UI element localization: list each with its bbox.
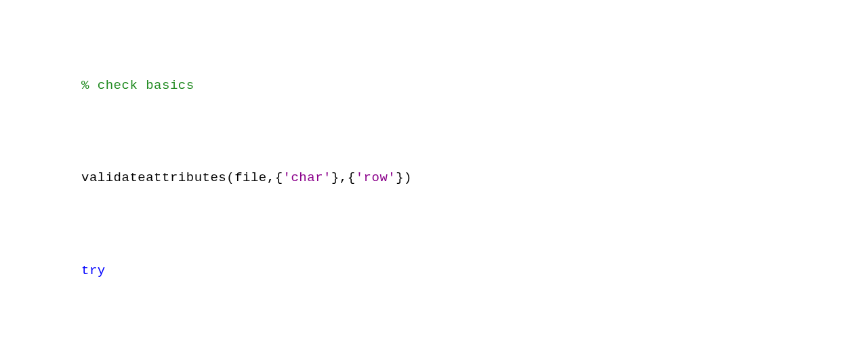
code-text: }) bbox=[396, 170, 412, 185]
code-text: },{ bbox=[331, 170, 356, 185]
code-line: try bbox=[0, 259, 868, 282]
code-editor[interactable]: % check basics validateattributes(file,{… bbox=[0, 0, 868, 348]
code-text: validateattributes(file,{ bbox=[81, 170, 283, 185]
code-line: % check basics bbox=[0, 74, 868, 97]
string-literal: 'char' bbox=[283, 170, 331, 185]
comment: % check basics bbox=[81, 78, 194, 93]
string-literal: 'row' bbox=[356, 170, 396, 185]
code-line: validateattributes(file,{'char'},{'row'}… bbox=[0, 166, 868, 189]
keyword-try: try bbox=[81, 263, 106, 278]
